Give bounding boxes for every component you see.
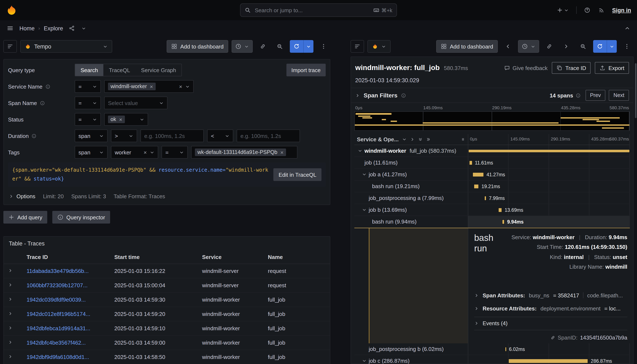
span-name-cell[interactable]: job_postprocessing a (7.99ms) [354,192,468,204]
run-query-split-button[interactable] [290,40,314,53]
mega-menu-button[interactable] [6,24,14,32]
global-search[interactable]: ⌘+k [240,3,397,17]
time-shift-back-button[interactable] [501,40,515,53]
pause-icon[interactable] [461,137,465,142]
duration-scope-select[interactable]: span [75,130,108,142]
tab-service-graph[interactable]: Service Graph [136,64,182,76]
trace-id-link[interactable]: 1942dc039dfdf9e0039... [26,296,86,303]
trace-id-link[interactable]: 11dabada33e479db56b... [26,268,89,274]
span-bar-cell[interactable]: 6.02ms [468,343,630,355]
span-row-root[interactable]: windmill-worker full_job (580.37ms) [354,145,630,157]
status-value-select[interactable]: ok × [104,113,148,126]
span-row[interactable]: job a (41.27ms) 41.27ms [354,169,630,180]
chevron-down-icon[interactable] [358,148,362,153]
span-bar[interactable] [468,150,630,152]
breadcrumb-home[interactable]: Home [20,25,34,32]
export-button[interactable]: Export [595,62,629,74]
tags-scope-select[interactable]: span [75,146,108,158]
span-filters-label[interactable]: Span Filters [364,92,398,99]
trace-minimap[interactable] [354,111,630,131]
import-trace-button[interactable]: Import trace [286,64,326,76]
zoom-out-button[interactable] [576,40,590,53]
resource-attributes-row[interactable]: Resource Attributes: deployment.environm… [474,302,627,315]
span-row[interactable]: bash run (19.21ms) 19.21ms [354,180,630,192]
tab-traceql[interactable]: TraceQL [103,64,136,76]
expand-row-icon[interactable] [8,326,13,330]
tags-key-select[interactable]: worker × [111,146,158,158]
chevron-right-icon[interactable] [410,137,415,142]
zoom-out-button[interactable] [273,40,286,53]
span-bar[interactable] [474,184,479,188]
name-column-label[interactable]: Service & Ope... [357,136,399,142]
copy-link-button[interactable] [542,40,556,53]
span-name-cell[interactable]: bash run (19.21ms) [354,180,468,192]
span-bar[interactable] [484,196,486,200]
expand-row-icon[interactable] [8,311,13,316]
pane-kebab-menu[interactable] [620,40,634,53]
next-span-button[interactable]: Next [609,90,629,101]
span-bar-cell[interactable] [468,145,630,156]
options-toggle[interactable]: Options [9,193,36,200]
new-menu-button[interactable] [556,6,570,14]
news-button[interactable] [598,6,605,14]
time-picker-button[interactable] [518,40,539,53]
events-row[interactable]: Events (4) [474,316,627,330]
expand-row-icon[interactable] [8,297,13,302]
col-start-time[interactable]: Start time [112,254,200,260]
span-bar-cell[interactable]: 7.99ms [468,192,630,204]
tags-value-select[interactable]: wk-default-133114d6a91e-PSPQb × [191,146,298,158]
tab-search[interactable]: Search [75,64,103,76]
sign-in-link[interactable]: Sign in [612,7,631,13]
expand-row-icon[interactable] [8,340,13,344]
chevron-down-icon[interactable] [362,208,366,212]
span-bar-cell[interactable]: 9.94ms [468,216,630,227]
span-row[interactable]: job b (13.69ms) 13.69ms [354,204,630,216]
edit-in-traceql-button[interactable]: Edit in TraceQL [274,168,322,181]
copy-link-button[interactable] [256,40,270,53]
span-name-cell[interactable]: job_postprocessing b (6.02ms) [354,343,468,355]
trace-id-link[interactable]: 1942dbf9d9fa6108d0d1... [26,354,89,360]
span-name-cell[interactable]: job c (286.87ms) [354,355,468,364]
duration-gt-input[interactable] [140,130,204,142]
prev-span-button[interactable]: Prev [585,90,605,101]
expand-row-icon[interactable] [8,354,13,359]
content-outline-button[interactable] [3,40,17,53]
chevron-down-icon[interactable] [362,358,366,363]
scrollbar-thumb[interactable] [635,63,636,118]
duration-gt-operator-select[interactable]: > [111,130,137,142]
span-bar-cell[interactable]: 41.27ms [468,169,630,180]
expand-all-icon[interactable] [426,137,431,142]
add-query-button[interactable]: Add query [3,211,48,224]
breadcrumb-actions-chevron[interactable] [81,25,87,32]
span-name-cell[interactable]: bash run (9.94ms) [354,216,468,227]
span-name-value-select[interactable]: Select value [104,96,168,109]
give-feedback-button[interactable]: Give feedback [504,65,548,71]
breadcrumb-explore[interactable]: Explore [44,25,63,32]
pane-kebab-menu[interactable] [317,40,330,53]
span-bar[interactable] [498,208,502,212]
span-name-cell[interactable]: windmill-worker full_job (580.37ms) [354,145,468,156]
table-row[interactable]: 11dabada33e479db56b... 2025-01-03 15:16:… [4,264,330,278]
add-to-dashboard-button[interactable]: Add to dashboard [436,40,498,53]
status-operator-select[interactable]: = [75,113,101,126]
grafana-logo-icon[interactable] [6,4,17,16]
span-bar-cell[interactable]: 19.21ms [468,180,630,192]
span-bar[interactable] [502,220,504,224]
link-icon[interactable] [550,335,555,340]
span-bar[interactable] [469,161,472,164]
table-row[interactable]: 1942dbfc4be3567f462... 2025-01-03 14:59:… [4,336,330,350]
collapse-toolbar-button[interactable] [624,24,631,32]
add-to-dashboard-button[interactable]: Add to dashboard [167,40,228,53]
span-row-selected[interactable]: bash run (9.94ms) 9.94ms [354,216,630,228]
table-row[interactable]: 1060bbf732309b12707... 2025-01-03 15:00:… [4,278,330,293]
clear-all-icon[interactable]: × [179,84,182,89]
span-name-cell[interactable]: job a (41.27ms) [354,169,468,180]
remove-value-icon[interactable]: × [280,150,284,155]
clear-key-icon[interactable]: × [144,150,147,155]
table-row[interactable]: 1942dc012e8f196b5174... 2025-01-03 14:59… [4,307,330,322]
trace-id-link[interactable]: 1942dbfebca1d9914a31... [26,325,90,332]
query-inspector-button[interactable]: Query inspector [52,211,110,224]
time-shift-forward-button[interactable] [560,40,573,53]
service-name-value-select[interactable]: windmill-worker × × [104,80,194,93]
span-row[interactable]: job c (286.87ms) 286.87ms [354,355,630,364]
